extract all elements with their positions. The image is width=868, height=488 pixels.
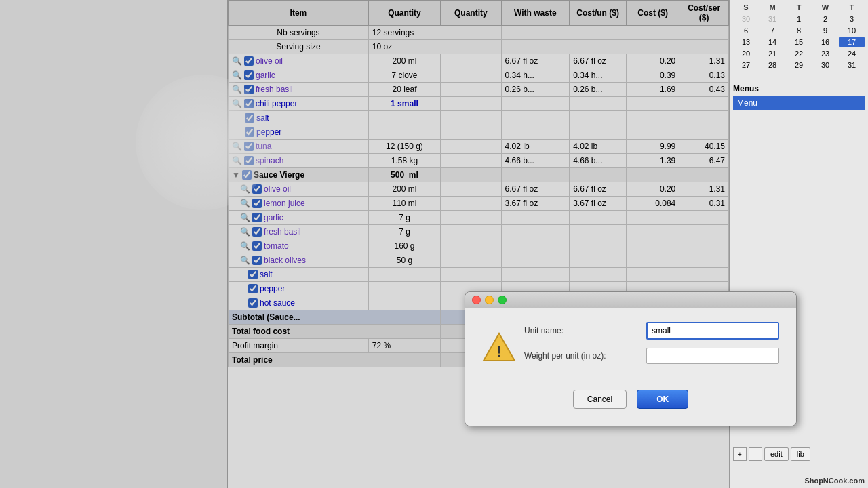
close-button[interactable] [472,296,481,304]
calendar-header: S M T W T [733,3,865,12]
dialog-body: ! Unit name: Weight per unit (in oz): Ca… [465,308,796,426]
shopncook-logo: ShopNCook.com [804,476,865,485]
day-wed: W [812,3,838,12]
cal-cell[interactable]: 24 [839,48,865,59]
cal-cell[interactable]: 28 [760,60,785,70]
cancel-button[interactable]: Cancel [573,390,627,409]
day-tue: T [786,3,812,12]
calendar-grid: 30 31 1 2 3 6 7 8 9 10 13 14 15 16 17 20… [733,14,865,70]
cal-cell[interactable]: 30 [812,60,838,70]
dialog-fields: Unit name: Weight per unit (in oz): [524,322,779,372]
cal-cell[interactable]: 21 [760,48,785,59]
nav-next-btn[interactable]: - [749,447,762,461]
cal-cell[interactable]: 20 [733,48,759,59]
maximize-button[interactable] [498,296,507,304]
calendar: S M T W T 30 31 1 2 3 6 7 8 9 10 13 14 1… [730,0,868,74]
weight-row: Weight per unit (in oz): [524,348,779,364]
cal-cell[interactable]: 8 [786,25,812,36]
cal-cell[interactable]: 7 [760,25,785,36]
ok-button[interactable]: OK [637,390,688,409]
unit-name-label: Unit name: [524,326,646,336]
menus-label: Menus [733,84,865,94]
cal-cell[interactable]: 27 [733,60,759,70]
cal-cell[interactable]: 31 [839,60,865,70]
cal-cell[interactable]: 10 [839,25,865,36]
svg-text:!: ! [496,342,502,361]
cal-cell[interactable]: 29 [786,60,812,70]
branding: ShopNCook.com [804,476,865,485]
lib-button[interactable]: lib [791,447,810,461]
weight-label: Weight per unit (in oz): [524,351,646,361]
unit-dialog: ! Unit name: Weight per unit (in oz): Ca… [465,291,797,426]
cal-cell[interactable]: 9 [812,25,838,36]
dialog-overlay: ! Unit name: Weight per unit (in oz): Ca… [0,0,729,488]
cal-cell[interactable]: 23 [812,48,838,59]
edit-button[interactable]: edit [764,447,789,461]
cal-cell[interactable]: 31 [760,14,785,24]
unit-name-input[interactable] [646,322,779,340]
unit-name-row: Unit name: [524,322,779,340]
cal-cell[interactable]: 13 [733,37,759,47]
cal-cell[interactable]: 16 [812,37,838,47]
day-sun: S [733,3,759,12]
nav-buttons: + - edit lib [733,447,810,461]
cal-cell[interactable]: 30 [733,14,759,24]
cal-cell[interactable]: 14 [760,37,785,47]
dialog-content-row: ! Unit name: Weight per unit (in oz): [482,322,779,372]
cal-cell[interactable]: 1 [786,14,812,24]
menu-item[interactable]: Menu [733,96,865,110]
menus-section: Menus Menu [730,81,868,113]
dialog-buttons: Cancel OK [482,383,779,412]
cal-cell[interactable]: 22 [786,48,812,59]
day-thu: T [839,3,865,12]
nav-prev-btn[interactable]: + [733,447,747,461]
weight-input[interactable] [646,348,779,364]
warning-icon: ! [482,330,516,364]
day-mon: M [760,3,785,12]
cal-cell[interactable]: 6 [733,25,759,36]
cal-cell[interactable]: 15 [786,37,812,47]
minimize-button[interactable] [485,296,494,304]
cal-cell[interactable]: 3 [839,14,865,24]
dialog-titlebar [465,292,796,308]
cal-cell-today[interactable]: 17 [839,37,865,47]
cal-cell[interactable]: 2 [812,14,838,24]
